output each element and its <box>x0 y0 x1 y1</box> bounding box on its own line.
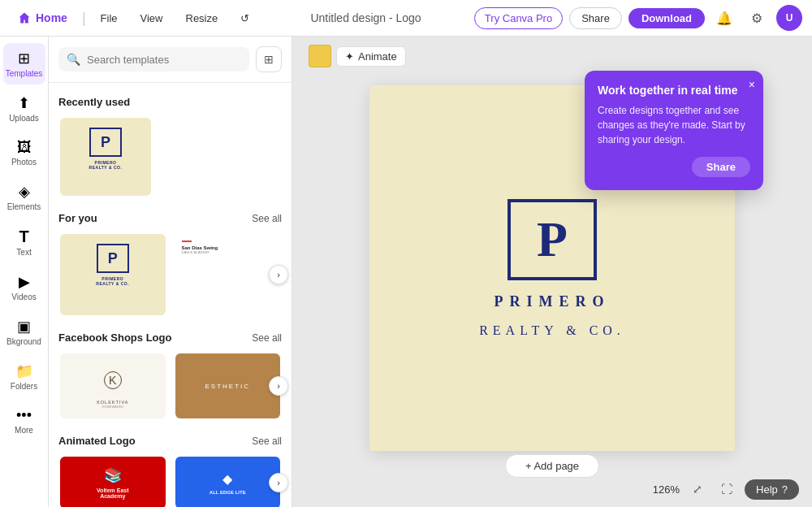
fit-to-screen-icon[interactable]: ⤢ <box>686 478 709 500</box>
sidebar-item-background[interactable]: ▣ Bkground <box>3 311 45 353</box>
color-swatch[interactable] <box>309 45 331 67</box>
primero-thumb-recent: P PRIMEROREALTY & CO. <box>60 118 151 196</box>
avatar[interactable]: U <box>776 5 802 31</box>
view-button[interactable]: View <box>132 9 171 28</box>
uploads-icon: ⬆ <box>18 94 30 112</box>
sidebar-item-photos[interactable]: 🖼 Photos <box>3 132 45 173</box>
tooltip-share-button[interactable]: Share <box>692 157 750 177</box>
voltem-thumb: 📚 Voltem EastAcademy <box>60 457 166 507</box>
text-label: Text <box>16 248 31 257</box>
undo-icon[interactable]: ↺ <box>232 9 257 28</box>
folders-label: Folders <box>11 382 37 391</box>
esthetic-thumb: ESTHETIC <box>175 353 281 418</box>
primero-thumb-fy: P PRIMEROREALTY & CO. <box>60 234 166 315</box>
background-label: Bkground <box>6 337 41 346</box>
logo-container: P PRIMERO REALTY & CO. <box>479 199 625 338</box>
filter-button[interactable]: ⊞ <box>256 46 282 72</box>
canvas-bottom: 126% ⤢ ⛶ Help ? <box>292 478 812 500</box>
animated-logo-next-button[interactable]: › <box>269 473 288 492</box>
sidebar-item-videos[interactable]: ▶ Videos <box>3 266 45 308</box>
elements-label: Elements <box>7 202 41 211</box>
template-card-alledge[interactable]: ◆ ALL EDGE LITE <box>174 455 283 507</box>
animate-bar: ✦ Animate <box>309 45 406 67</box>
try-pro-button[interactable]: Try Canva Pro <box>474 7 563 29</box>
resize-button[interactable]: Resize <box>178 9 227 28</box>
voltem-name: Voltem EastAcademy <box>97 488 129 499</box>
facebook-shops-grid: K KOLEKTIVA HOMEWARES ESTHETIC › <box>58 352 282 420</box>
more-label: More <box>15 426 33 435</box>
primero-box-fy: P <box>97 244 129 273</box>
sandias-thumb: San Dias Swing DANCE ACADEMY <box>175 234 281 315</box>
for-you-next-button[interactable]: › <box>269 265 288 284</box>
alledge-icon: ◆ <box>222 471 232 487</box>
primero-box: P <box>89 128 122 157</box>
animate-button[interactable]: ✦ Animate <box>336 46 406 67</box>
help-button[interactable]: Help ? <box>745 479 799 500</box>
animated-logo-see-all[interactable]: See all <box>252 436 282 447</box>
sidebar-item-more[interactable]: ••• More <box>3 401 45 441</box>
for-you-section-head: For you See all <box>58 212 282 224</box>
animated-logo-title: Animated Logo <box>58 435 136 447</box>
primero-p-fy: P <box>108 250 118 267</box>
tooltip-close-button[interactable]: × <box>749 79 755 90</box>
sandias-sub: DANCE ACADEMY <box>182 250 210 254</box>
recently-used-title: Recently used <box>58 96 130 108</box>
facebook-shops-see-all[interactable]: See all <box>252 332 282 344</box>
help-label: Help <box>756 483 778 496</box>
more-icon: ••• <box>16 407 32 424</box>
share-button[interactable]: Share <box>569 7 622 29</box>
sidebar-item-text[interactable]: T Text <box>3 221 45 263</box>
template-card-voltem[interactable]: 📚 Voltem EastAcademy <box>58 455 167 507</box>
sidebar-item-templates[interactable]: ⊞ Templates <box>3 43 45 84</box>
folders-icon: 📁 <box>15 362 33 380</box>
sidebar-item-elements[interactable]: ◈ Elements <box>3 176 45 218</box>
sidebar-item-folders[interactable]: 📁 Folders <box>3 356 45 397</box>
search-input-wrap[interactable]: 🔍 <box>58 47 249 72</box>
for-you-grid: P PRIMEROREALTY & CO. San Dias Swing DAN… <box>58 232 282 317</box>
zoom-level: 126% <box>653 483 680 496</box>
template-card-kolektiva[interactable]: K KOLEKTIVA HOMEWARES <box>58 352 167 420</box>
facebook-shops-title: Facebook Shops Logo <box>58 332 171 344</box>
primero-text: PRIMEROREALTY & CO. <box>89 160 123 170</box>
facebook-shops-next-button[interactable]: › <box>269 376 288 396</box>
main-layout: ⊞ Templates ⬆ Uploads 🖼 Photos ◈ Element… <box>0 37 812 507</box>
sidebar-nav: ⊞ Templates ⬆ Uploads 🖼 Photos ◈ Element… <box>0 37 49 507</box>
template-card-primero-recent[interactable]: P PRIMEROREALTY & CO. <box>58 116 153 197</box>
templates-icon: ⊞ <box>18 50 30 67</box>
home-label: Home <box>36 11 67 24</box>
logo-tagline: REALTY & CO. <box>479 323 625 338</box>
template-card-esthetic[interactable]: ESTHETIC <box>174 352 283 420</box>
search-input[interactable] <box>87 54 241 66</box>
add-page-button[interactable]: + Add page <box>505 454 599 478</box>
topbar: Home | File View Resize ↺ Untitled desig… <box>0 0 812 37</box>
notifications-icon[interactable]: 🔔 <box>711 5 737 31</box>
recently-used-section-head: Recently used <box>58 96 282 108</box>
animate-sparkle-icon: ✦ <box>345 50 354 63</box>
topbar-actions: Try Canva Pro Share Download 🔔 ⚙ U <box>474 5 802 31</box>
logo-p: P <box>537 210 568 268</box>
template-card-sandias[interactable]: San Dias Swing DANCE ACADEMY <box>174 232 283 317</box>
panel-scroll: Recently used P PRIMEROREALTY & CO. For … <box>49 83 292 507</box>
tooltip-body: Create designs together and see changes … <box>598 103 750 147</box>
search-bar: 🔍 ⊞ <box>49 37 292 83</box>
home-button[interactable]: Home <box>10 8 76 28</box>
animated-logo-grid: 📚 Voltem EastAcademy ◆ ALL EDGE LITE › <box>58 455 282 507</box>
sidebar-item-uploads[interactable]: ⬆ Uploads <box>3 88 45 129</box>
filter-icon: ⊞ <box>264 53 274 66</box>
fullscreen-icon[interactable]: ⛶ <box>715 478 738 500</box>
kolektiva-thumb: K KOLEKTIVA HOMEWARES <box>60 353 166 418</box>
for-you-see-all[interactable]: See all <box>252 213 282 224</box>
text-icon: T <box>19 228 28 246</box>
recently-used-grid: P PRIMEROREALTY & CO. <box>58 116 282 197</box>
download-button[interactable]: Download <box>628 8 705 28</box>
template-card-primero-fy[interactable]: P PRIMEROREALTY & CO. <box>58 232 167 317</box>
photos-icon: 🖼 <box>17 139 32 156</box>
settings-icon[interactable]: ⚙ <box>744 5 770 31</box>
primero-p: P <box>101 134 110 151</box>
primero-text-fy: PRIMEROREALTY & CO. <box>96 276 129 286</box>
logo-company: PRIMERO <box>495 293 611 310</box>
uploads-label: Uploads <box>9 114 39 123</box>
help-question-icon: ? <box>782 483 788 496</box>
file-button[interactable]: File <box>93 9 126 28</box>
background-icon: ▣ <box>17 318 31 336</box>
